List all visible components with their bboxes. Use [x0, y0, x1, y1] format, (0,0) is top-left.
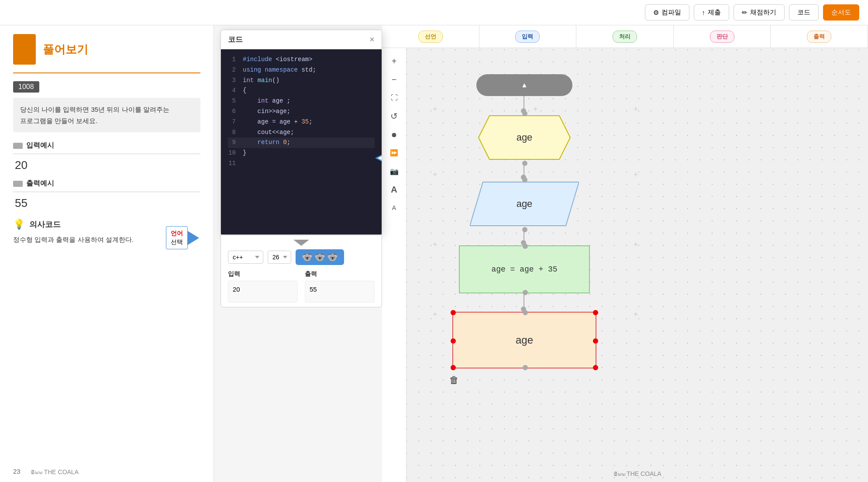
- fullscreen-button[interactable]: ⛶: [386, 90, 402, 106]
- zoom-out-button[interactable]: −: [386, 72, 402, 87]
- close-button[interactable]: ×: [369, 34, 375, 45]
- tab-input[interactable]: 입력: [479, 25, 577, 48]
- bubble-arrow-inner: [378, 153, 382, 163]
- para-dot-bottom: [522, 227, 527, 232]
- output-col: 출력 55: [305, 270, 375, 303]
- left-logo: 𝕾𝔀𝔀 THE COALA: [31, 468, 79, 476]
- sel-dot-top-center: [523, 310, 528, 315]
- connector-4: [524, 293, 524, 307]
- connector-2: [524, 162, 524, 176]
- koala-icon-2: 🐨: [314, 252, 325, 262]
- code-line-10: 10 }: [228, 148, 375, 158]
- proc-dot-top: [523, 244, 528, 249]
- input-example-label: 입력예시: [13, 141, 200, 150]
- number-select[interactable]: 26: [268, 251, 291, 264]
- koala-buttons[interactable]: 🐨 🐨 🐨: [296, 249, 344, 265]
- koala-icon-3: 🐨: [327, 252, 338, 262]
- annotation-label: 언어 선택: [166, 226, 188, 249]
- input-value: 20: [13, 158, 200, 172]
- svg-text:age: age: [517, 132, 533, 143]
- start-arrow-icon: ▲: [521, 81, 528, 89]
- sel-dot-tr: [593, 310, 598, 315]
- problem-header: 풀어보기: [13, 34, 200, 65]
- connector-1: [524, 96, 524, 109]
- order-button[interactable]: 순서도: [823, 4, 859, 21]
- code-modal: 코드 × 1 #include <iostream> 2 using names…: [220, 30, 382, 235]
- connector-3: [524, 228, 524, 241]
- plus-icon-4: +: [433, 170, 437, 179]
- annotation-line2: 선택: [171, 238, 183, 245]
- page-number: 23: [13, 468, 21, 475]
- submit-icon: ↑: [702, 9, 706, 16]
- koala-icon-1: 🐨: [302, 252, 313, 262]
- lang-annotation: 언어 선택: [166, 226, 199, 249]
- parallelogram-shape[interactable]: age: [470, 180, 579, 230]
- problem-number: 1008: [13, 81, 39, 93]
- output-value: 55: [13, 196, 200, 210]
- code-controls: c++ python java 26 🐨 🐨 🐨: [228, 249, 375, 265]
- delete-icon[interactable]: 🗑: [449, 375, 459, 386]
- code-line-1: 1 #include <iostream>: [228, 55, 375, 65]
- output-example-label: 출력예시: [13, 179, 200, 188]
- forward-button[interactable]: ⏩: [386, 145, 402, 161]
- sel-dot-mr: [593, 338, 598, 344]
- tab-process[interactable]: 처리: [576, 25, 674, 48]
- orange-box-icon: [13, 34, 36, 65]
- tab-declaration[interactable]: 선언: [382, 25, 479, 48]
- code-modal-title: 코드: [228, 34, 243, 45]
- output-box: 55: [305, 281, 375, 303]
- plus-icon-9: +: [634, 310, 638, 319]
- font-small-button[interactable]: A: [386, 200, 402, 216]
- refresh-button[interactable]: ↺: [386, 108, 402, 124]
- tab-decision[interactable]: 판단: [674, 25, 771, 48]
- flow-canvas[interactable]: + + + + + + + + + ▲ age: [406, 48, 868, 482]
- sel-dot-bottom-center: [523, 365, 528, 370]
- sel-dot-tl: [451, 310, 456, 315]
- pencil-icon: ✏: [742, 9, 747, 17]
- record-button[interactable]: ⏺: [386, 127, 402, 142]
- flow-tabs: 선언 입력 처리 판단 출력: [382, 25, 868, 48]
- zoom-in-button[interactable]: +: [386, 53, 402, 69]
- submit-button[interactable]: ↑ 제출: [694, 4, 730, 21]
- sel-dot-br: [593, 365, 598, 370]
- top-toolbar: ⚙ 컴파일 ↑ 제출 ✏ 채점하기 코드 순서도: [0, 0, 868, 25]
- code-line-3: 3 int main(): [228, 76, 375, 86]
- side-toolbar: + − ⛶ ↺ ⏺ ⏩ 📷 A A: [382, 48, 406, 482]
- compile-icon: ⚙: [653, 9, 659, 17]
- svg-text:age: age: [517, 198, 533, 209]
- hex-dot-top: [522, 111, 527, 116]
- grade-button[interactable]: ✏ 채점하기: [734, 4, 785, 21]
- code-line-5: 5 int age ;: [228, 96, 375, 107]
- hexagon-shape[interactable]: age: [476, 114, 572, 163]
- tab-output[interactable]: 출력: [771, 25, 868, 48]
- annotation-line1: 언어: [171, 230, 183, 237]
- output-divider: [13, 192, 200, 192]
- code-modal-bottom: c++ python java 26 🐨 🐨 🐨 입력 20 출력 55: [220, 235, 382, 307]
- code-editor[interactable]: 1 #include <iostream> 2 using namespace …: [221, 49, 382, 234]
- font-large-button[interactable]: A: [386, 182, 402, 197]
- sel-dot-bl: [451, 365, 456, 370]
- io-section: 입력 20 출력 55: [228, 270, 375, 303]
- camera-button[interactable]: 📷: [386, 163, 402, 179]
- input-divider: [13, 154, 200, 154]
- output-label: 출력: [305, 270, 375, 278]
- output-label: age: [516, 334, 533, 346]
- process-shape[interactable]: age = age + 35: [459, 245, 590, 293]
- plus-icon-5: +: [634, 170, 638, 179]
- input-box[interactable]: 20: [228, 281, 298, 303]
- nav-arrow-container: [228, 240, 375, 246]
- code-modal-header: 코드 ×: [221, 30, 382, 49]
- process-label: age = age + 35: [491, 265, 557, 274]
- code-button[interactable]: 코드: [789, 4, 819, 21]
- tab-declaration-badge: 선언: [418, 31, 443, 43]
- compile-button[interactable]: ⚙ 컴파일: [645, 4, 689, 21]
- problem-description: 당신의 나이를 입력하면 35년 뒤의 나이를 알려주는 프로그램을 만들어 보…: [13, 98, 200, 132]
- tab-output-badge: 출력: [807, 31, 831, 43]
- hex-dot-bottom: [522, 161, 527, 166]
- code-line-9: 9 return 0;: [228, 138, 375, 148]
- output-shape[interactable]: age: [452, 312, 596, 368]
- annotation-arrow: [188, 231, 199, 245]
- language-select[interactable]: c++ python java: [228, 251, 263, 264]
- problem-title: 풀어보기: [43, 42, 88, 57]
- bottom-logo: 𝕾𝔀𝔀 THE COALA: [613, 470, 661, 478]
